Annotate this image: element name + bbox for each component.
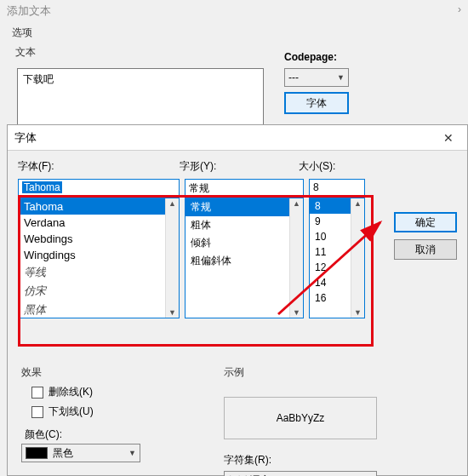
color-label: 颜色(C): <box>25 427 191 442</box>
size-label: 大小(S): <box>299 159 367 174</box>
size-input[interactable]: 8 <box>310 180 364 198</box>
text-input[interactable]: 下载吧 <box>17 68 264 128</box>
scrollbar[interactable]: ▲▼ <box>351 198 364 318</box>
font-list[interactable]: Tahoma Verdana Webdings Wingdings 等线 仿宋 … <box>19 198 179 318</box>
list-item[interactable]: Tahoma <box>19 198 179 215</box>
chevron-up-icon[interactable]: ▲ <box>293 198 300 209</box>
strikeout-label: 删除线(K) <box>49 385 93 399</box>
font-label: 字体(F): <box>18 159 180 174</box>
list-item[interactable]: 仿宋 <box>19 282 179 301</box>
charset-label: 字符集(R): <box>224 453 377 467</box>
codepage-label: Codepage: <box>284 51 337 63</box>
font-combo: Tahoma Tahoma Verdana Webdings Wingdings… <box>18 179 180 318</box>
font-dialog: 字体 ✕ 字体(F): 字形(Y): 大小(S): Tahoma Tahoma … <box>7 124 468 476</box>
chevron-down-icon: ▼ <box>337 73 345 82</box>
effects-label: 效果 <box>21 365 191 380</box>
underline-checkbox[interactable] <box>31 406 43 418</box>
font-input[interactable]: Tahoma <box>19 180 179 198</box>
chevron-down-icon: ▼ <box>128 449 136 457</box>
color-value: 黑色 <box>53 446 73 461</box>
titlebar: 字体 ✕ <box>8 125 467 151</box>
charset-select[interactable]: 西欧语言 ▼ <box>224 471 377 476</box>
sample-text: AaBbYyZz <box>277 412 325 424</box>
chevron-up-icon[interactable]: ▲ <box>354 198 362 209</box>
scrollbar[interactable]: ▲▼ <box>165 198 179 318</box>
style-list[interactable]: 常规 粗体 倾斜 粗偏斜体 ▲▼ <box>185 198 303 318</box>
color-select[interactable]: 黑色 ▼ <box>21 444 140 462</box>
list-item[interactable]: Verdana <box>19 215 179 231</box>
chevron-down-icon[interactable]: ▼ <box>168 307 176 318</box>
cancel-button[interactable]: 取消 <box>394 239 457 260</box>
panel-title: 添加文本 <box>0 0 468 22</box>
list-item[interactable]: 常规 <box>185 198 303 216</box>
list-item[interactable]: 粗体 <box>185 216 303 234</box>
text-label: 文本 <box>0 43 468 61</box>
list-item[interactable]: 倾斜 <box>185 234 303 252</box>
list-item[interactable]: 等线 <box>19 263 179 282</box>
strikeout-checkbox[interactable] <box>31 387 43 399</box>
font-button[interactable]: 字体 <box>284 92 349 114</box>
style-combo: 常规 常规 粗体 倾斜 粗偏斜体 ▲▼ <box>185 179 304 318</box>
sample-box: AaBbYyZz <box>224 397 377 439</box>
style-label: 字形(Y): <box>180 159 299 174</box>
ok-button[interactable]: 确定 <box>394 212 457 232</box>
list-item[interactable]: Wingdings <box>19 247 179 263</box>
size-combo: 8 8 9 10 11 12 14 16 ▲▼ <box>309 179 365 318</box>
close-button[interactable]: ✕ <box>437 129 460 147</box>
chevron-up-icon[interactable]: ▲ <box>168 198 176 209</box>
style-input[interactable]: 常规 <box>185 180 303 198</box>
list-item[interactable]: 粗偏斜体 <box>185 252 303 270</box>
options-label: 选项 <box>0 22 468 43</box>
chevron-down-icon[interactable]: ▼ <box>293 307 300 318</box>
underline-label: 下划线(U) <box>49 404 94 419</box>
charset-value: 西欧语言 <box>230 473 271 477</box>
dialog-title: 字体 <box>14 130 37 146</box>
chevron-down-icon[interactable]: ▼ <box>354 307 362 318</box>
color-swatch-icon <box>26 447 48 459</box>
chevron-right-icon[interactable]: › <box>458 3 461 15</box>
list-item[interactable]: Webdings <box>19 231 179 247</box>
size-list[interactable]: 8 9 10 11 12 14 16 ▲▼ <box>310 198 364 318</box>
codepage-value: --- <box>288 72 299 83</box>
list-item[interactable]: 黑体 <box>19 301 179 318</box>
codepage-select[interactable]: --- ▼ <box>284 68 349 87</box>
scrollbar[interactable]: ▲▼ <box>289 198 303 318</box>
sample-label: 示例 <box>224 365 377 380</box>
